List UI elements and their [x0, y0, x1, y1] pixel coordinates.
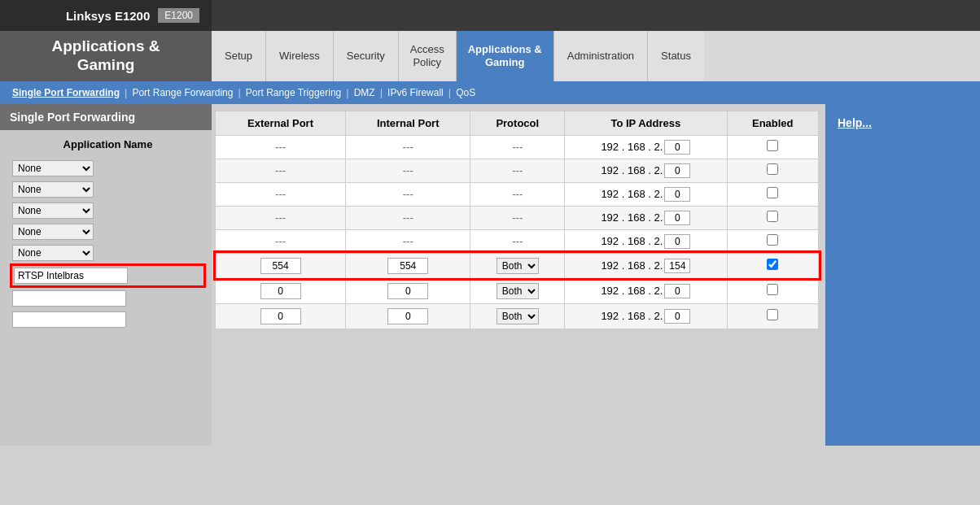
protocol-6: Both TCP UDP	[470, 253, 565, 278]
app-col-header: Application Name	[12, 138, 203, 154]
subnav-dmz[interactable]: DMZ	[354, 87, 375, 98]
tab-status[interactable]: Status	[648, 31, 704, 81]
tab-administration[interactable]: Administration	[554, 31, 648, 81]
table-row: --- --- --- 192 . 168 . 2.	[216, 206, 819, 229]
app-select-4[interactable]: None	[12, 224, 94, 240]
subnav-single-port[interactable]: Single Port Forwarding	[12, 87, 120, 98]
ext-port-2: ---	[216, 159, 346, 182]
col-enabled: Enabled	[727, 111, 818, 135]
ip-last-5[interactable]	[664, 234, 690, 249]
enabled-checkbox-3[interactable]	[767, 187, 778, 198]
app-select-2[interactable]: None	[12, 181, 94, 198]
int-port-1: ---	[346, 135, 470, 159]
enabled-checkbox-2[interactable]	[767, 163, 778, 175]
int-port-input-6[interactable]	[387, 258, 428, 274]
enabled-2	[727, 159, 818, 182]
enabled-5	[727, 229, 818, 253]
spf-title-bar: Single Port Forwarding	[0, 104, 212, 130]
ip-3: 192 . 168 . 2.	[565, 182, 727, 206]
subnav-ipv6[interactable]: IPv6 Firewall	[387, 87, 444, 98]
table-row: Both TCP UDP 192 . 168 . 2.	[216, 278, 819, 303]
ext-port-6	[216, 253, 346, 278]
enabled-checkbox-7[interactable]	[767, 284, 778, 295]
enabled-1	[727, 135, 818, 159]
table-row: Both TCP UDP 192 . 168 . 2.	[216, 303, 819, 329]
app-select-5[interactable]: None	[12, 245, 94, 261]
int-port-input-8[interactable]	[387, 308, 428, 324]
tab-wireless[interactable]: Wireless	[266, 31, 334, 81]
sep2: |	[238, 86, 240, 98]
app-name-row	[12, 290, 203, 307]
int-port-8	[346, 303, 470, 329]
app-names-col: Application Name None None None None Non…	[0, 130, 212, 333]
ext-port-input-7[interactable]	[260, 283, 301, 299]
col-internal-port: Internal Port	[346, 111, 470, 135]
model-badge: E1200	[158, 8, 199, 23]
ext-port-7	[216, 278, 346, 303]
app-select-3[interactable]: None	[12, 202, 94, 219]
ip-2: 192 . 168 . 2.	[565, 159, 727, 182]
ip-1: 192 . 168 . 2.	[565, 135, 727, 159]
enabled-checkbox-6[interactable]	[767, 259, 778, 270]
ip-7: 192 . 168 . 2.	[565, 278, 727, 303]
app-input-rtsp[interactable]	[14, 268, 128, 284]
ip-last-8[interactable]	[664, 309, 690, 324]
protocol-2: ---	[470, 159, 565, 182]
ext-port-3: ---	[216, 182, 346, 206]
ext-port-4: ---	[216, 206, 346, 229]
ip-last-7[interactable]	[664, 284, 690, 298]
int-port-7	[346, 278, 470, 303]
protocol-select-7[interactable]: Both TCP UDP	[497, 283, 539, 299]
left-section: Single Port Forwarding Application Name …	[0, 104, 212, 446]
int-port-input-7[interactable]	[387, 283, 428, 299]
ext-port-input-6[interactable]	[260, 258, 301, 274]
ip-last-6[interactable]	[664, 259, 690, 273]
app-name-row: None	[12, 224, 203, 240]
protocol-select-6[interactable]: Both TCP UDP	[497, 258, 539, 274]
ext-port-1: ---	[216, 135, 346, 159]
subnav-port-triggering[interactable]: Port Range Triggering	[246, 87, 341, 98]
enabled-checkbox-8[interactable]	[767, 309, 778, 320]
enabled-checkbox-5[interactable]	[767, 234, 778, 246]
enabled-checkbox-1[interactable]	[767, 140, 778, 151]
protocol-select-8[interactable]: Both TCP UDP	[497, 308, 539, 324]
sep3: |	[346, 86, 348, 98]
app-name-row: None	[12, 202, 203, 219]
subnav-port-range[interactable]: Port Range Forwarding	[132, 87, 233, 98]
top-bar: Linksys E1200 E1200	[0, 0, 980, 31]
help-link[interactable]: Help...	[838, 116, 872, 129]
tab-applications-gaming[interactable]: Applications &Gaming	[457, 31, 554, 81]
app-select-1[interactable]: None	[12, 160, 94, 176]
enabled-8	[727, 303, 818, 329]
ip-5: 192 . 168 . 2.	[565, 229, 727, 253]
enabled-4	[727, 206, 818, 229]
brand-name: Linksys E1200	[66, 9, 150, 23]
subnav-qos[interactable]: QoS	[456, 87, 475, 98]
ip-6: 192 . 168 . 2.	[565, 253, 727, 278]
ip-last-1[interactable]	[664, 140, 690, 155]
app-input-7[interactable]	[12, 290, 126, 307]
nav-tabs: Setup Wireless Security AccessPolicy App…	[212, 31, 980, 81]
col-protocol: Protocol	[470, 111, 565, 135]
enabled-3	[727, 182, 818, 206]
tab-access-policy[interactable]: AccessPolicy	[399, 31, 457, 81]
ip-last-4[interactable]	[664, 211, 690, 225]
int-port-5: ---	[346, 229, 470, 253]
ip-last-2[interactable]	[664, 163, 690, 178]
table-row: --- --- --- 192 . 168 . 2.	[216, 159, 819, 182]
int-port-3: ---	[346, 182, 470, 206]
ip-last-3[interactable]	[664, 187, 690, 202]
sep5: |	[448, 86, 451, 98]
table-row: --- --- --- 192 . 168 . 2.	[216, 229, 819, 253]
protocol-1: ---	[470, 135, 565, 159]
tab-setup[interactable]: Setup	[212, 31, 266, 81]
app-input-8[interactable]	[12, 311, 126, 328]
ext-port-input-8[interactable]	[260, 308, 301, 324]
enabled-6	[727, 253, 818, 278]
ip-4: 192 . 168 . 2.	[565, 206, 727, 229]
ip-8: 192 . 168 . 2.	[565, 303, 727, 329]
app-name-row-highlighted	[12, 266, 203, 285]
enabled-checkbox-4[interactable]	[767, 211, 778, 222]
tab-security[interactable]: Security	[334, 31, 399, 81]
table-section: External Port Internal Port Protocol To …	[212, 104, 825, 446]
